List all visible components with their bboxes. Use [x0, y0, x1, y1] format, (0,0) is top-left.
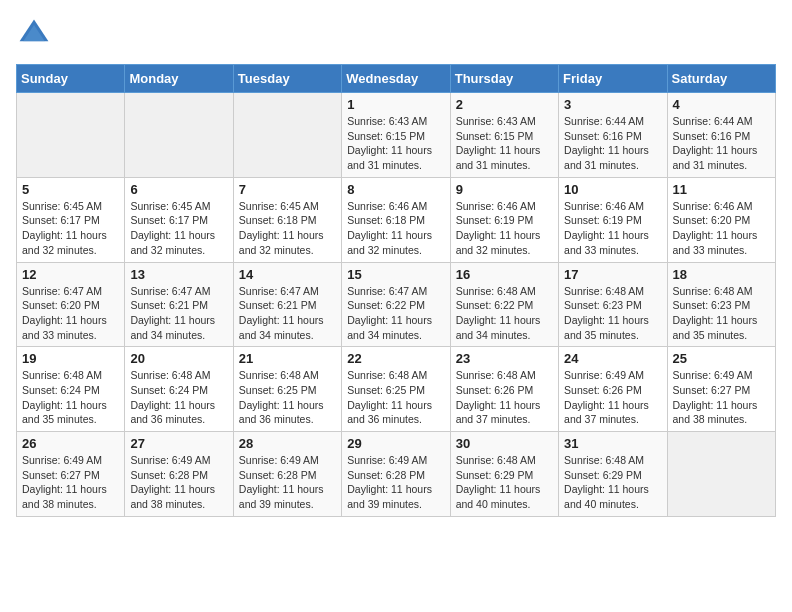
day-info: Sunrise: 6:43 AMSunset: 6:15 PMDaylight:… [347, 114, 444, 173]
calendar-cell: 26Sunrise: 6:49 AMSunset: 6:27 PMDayligh… [17, 432, 125, 517]
day-info: Sunrise: 6:48 AMSunset: 6:26 PMDaylight:… [456, 368, 553, 427]
page-header [16, 16, 776, 52]
day-info: Sunrise: 6:48 AMSunset: 6:23 PMDaylight:… [564, 284, 661, 343]
day-info: Sunrise: 6:48 AMSunset: 6:29 PMDaylight:… [564, 453, 661, 512]
calendar-cell: 4Sunrise: 6:44 AMSunset: 6:16 PMDaylight… [667, 93, 775, 178]
calendar-cell: 31Sunrise: 6:48 AMSunset: 6:29 PMDayligh… [559, 432, 667, 517]
calendar-cell: 29Sunrise: 6:49 AMSunset: 6:28 PMDayligh… [342, 432, 450, 517]
day-info: Sunrise: 6:48 AMSunset: 6:23 PMDaylight:… [673, 284, 770, 343]
calendar-cell: 15Sunrise: 6:47 AMSunset: 6:22 PMDayligh… [342, 262, 450, 347]
calendar-cell: 28Sunrise: 6:49 AMSunset: 6:28 PMDayligh… [233, 432, 341, 517]
day-number: 8 [347, 182, 444, 197]
day-number: 31 [564, 436, 661, 451]
calendar-cell: 24Sunrise: 6:49 AMSunset: 6:26 PMDayligh… [559, 347, 667, 432]
day-number: 29 [347, 436, 444, 451]
week-row-2: 12Sunrise: 6:47 AMSunset: 6:20 PMDayligh… [17, 262, 776, 347]
day-number: 19 [22, 351, 119, 366]
calendar-cell: 23Sunrise: 6:48 AMSunset: 6:26 PMDayligh… [450, 347, 558, 432]
day-number: 13 [130, 267, 227, 282]
day-number: 27 [130, 436, 227, 451]
day-number: 4 [673, 97, 770, 112]
day-number: 28 [239, 436, 336, 451]
calendar-cell: 8Sunrise: 6:46 AMSunset: 6:18 PMDaylight… [342, 177, 450, 262]
day-info: Sunrise: 6:47 AMSunset: 6:22 PMDaylight:… [347, 284, 444, 343]
calendar-cell: 13Sunrise: 6:47 AMSunset: 6:21 PMDayligh… [125, 262, 233, 347]
day-info: Sunrise: 6:46 AMSunset: 6:19 PMDaylight:… [456, 199, 553, 258]
day-info: Sunrise: 6:48 AMSunset: 6:22 PMDaylight:… [456, 284, 553, 343]
calendar-cell: 1Sunrise: 6:43 AMSunset: 6:15 PMDaylight… [342, 93, 450, 178]
day-number: 30 [456, 436, 553, 451]
day-info: Sunrise: 6:48 AMSunset: 6:25 PMDaylight:… [347, 368, 444, 427]
day-info: Sunrise: 6:44 AMSunset: 6:16 PMDaylight:… [564, 114, 661, 173]
calendar-cell: 25Sunrise: 6:49 AMSunset: 6:27 PMDayligh… [667, 347, 775, 432]
calendar-cell: 30Sunrise: 6:48 AMSunset: 6:29 PMDayligh… [450, 432, 558, 517]
calendar-cell: 11Sunrise: 6:46 AMSunset: 6:20 PMDayligh… [667, 177, 775, 262]
day-number: 6 [130, 182, 227, 197]
weekday-row: SundayMondayTuesdayWednesdayThursdayFrid… [17, 65, 776, 93]
calendar-cell [17, 93, 125, 178]
calendar-cell: 6Sunrise: 6:45 AMSunset: 6:17 PMDaylight… [125, 177, 233, 262]
weekday-header-tuesday: Tuesday [233, 65, 341, 93]
day-info: Sunrise: 6:45 AMSunset: 6:18 PMDaylight:… [239, 199, 336, 258]
day-number: 14 [239, 267, 336, 282]
day-info: Sunrise: 6:49 AMSunset: 6:28 PMDaylight:… [239, 453, 336, 512]
calendar-table: SundayMondayTuesdayWednesdayThursdayFrid… [16, 64, 776, 517]
weekday-header-wednesday: Wednesday [342, 65, 450, 93]
calendar-cell [667, 432, 775, 517]
day-info: Sunrise: 6:43 AMSunset: 6:15 PMDaylight:… [456, 114, 553, 173]
calendar-cell: 18Sunrise: 6:48 AMSunset: 6:23 PMDayligh… [667, 262, 775, 347]
day-number: 22 [347, 351, 444, 366]
day-info: Sunrise: 6:47 AMSunset: 6:21 PMDaylight:… [239, 284, 336, 343]
day-number: 21 [239, 351, 336, 366]
day-number: 17 [564, 267, 661, 282]
day-number: 3 [564, 97, 661, 112]
day-info: Sunrise: 6:48 AMSunset: 6:24 PMDaylight:… [22, 368, 119, 427]
day-info: Sunrise: 6:45 AMSunset: 6:17 PMDaylight:… [130, 199, 227, 258]
day-number: 10 [564, 182, 661, 197]
calendar-cell: 16Sunrise: 6:48 AMSunset: 6:22 PMDayligh… [450, 262, 558, 347]
day-info: Sunrise: 6:47 AMSunset: 6:20 PMDaylight:… [22, 284, 119, 343]
week-row-0: 1Sunrise: 6:43 AMSunset: 6:15 PMDaylight… [17, 93, 776, 178]
calendar-cell [125, 93, 233, 178]
day-info: Sunrise: 6:48 AMSunset: 6:25 PMDaylight:… [239, 368, 336, 427]
weekday-header-sunday: Sunday [17, 65, 125, 93]
calendar-cell: 3Sunrise: 6:44 AMSunset: 6:16 PMDaylight… [559, 93, 667, 178]
day-info: Sunrise: 6:49 AMSunset: 6:28 PMDaylight:… [130, 453, 227, 512]
day-number: 25 [673, 351, 770, 366]
day-number: 9 [456, 182, 553, 197]
calendar-cell: 5Sunrise: 6:45 AMSunset: 6:17 PMDaylight… [17, 177, 125, 262]
day-info: Sunrise: 6:49 AMSunset: 6:27 PMDaylight:… [673, 368, 770, 427]
day-info: Sunrise: 6:49 AMSunset: 6:26 PMDaylight:… [564, 368, 661, 427]
calendar-cell: 2Sunrise: 6:43 AMSunset: 6:15 PMDaylight… [450, 93, 558, 178]
day-info: Sunrise: 6:46 AMSunset: 6:20 PMDaylight:… [673, 199, 770, 258]
day-info: Sunrise: 6:45 AMSunset: 6:17 PMDaylight:… [22, 199, 119, 258]
day-number: 5 [22, 182, 119, 197]
day-number: 16 [456, 267, 553, 282]
weekday-header-friday: Friday [559, 65, 667, 93]
calendar-cell: 22Sunrise: 6:48 AMSunset: 6:25 PMDayligh… [342, 347, 450, 432]
day-number: 18 [673, 267, 770, 282]
calendar-cell: 20Sunrise: 6:48 AMSunset: 6:24 PMDayligh… [125, 347, 233, 432]
calendar-cell: 12Sunrise: 6:47 AMSunset: 6:20 PMDayligh… [17, 262, 125, 347]
day-number: 20 [130, 351, 227, 366]
calendar-cell: 17Sunrise: 6:48 AMSunset: 6:23 PMDayligh… [559, 262, 667, 347]
day-number: 26 [22, 436, 119, 451]
day-info: Sunrise: 6:48 AMSunset: 6:29 PMDaylight:… [456, 453, 553, 512]
calendar-cell: 10Sunrise: 6:46 AMSunset: 6:19 PMDayligh… [559, 177, 667, 262]
week-row-4: 26Sunrise: 6:49 AMSunset: 6:27 PMDayligh… [17, 432, 776, 517]
calendar-cell: 7Sunrise: 6:45 AMSunset: 6:18 PMDaylight… [233, 177, 341, 262]
calendar-cell: 9Sunrise: 6:46 AMSunset: 6:19 PMDaylight… [450, 177, 558, 262]
calendar-body: 1Sunrise: 6:43 AMSunset: 6:15 PMDaylight… [17, 93, 776, 517]
day-number: 12 [22, 267, 119, 282]
day-info: Sunrise: 6:49 AMSunset: 6:28 PMDaylight:… [347, 453, 444, 512]
day-info: Sunrise: 6:46 AMSunset: 6:18 PMDaylight:… [347, 199, 444, 258]
weekday-header-saturday: Saturday [667, 65, 775, 93]
day-number: 2 [456, 97, 553, 112]
weekday-header-thursday: Thursday [450, 65, 558, 93]
day-number: 24 [564, 351, 661, 366]
logo [16, 16, 56, 52]
day-info: Sunrise: 6:47 AMSunset: 6:21 PMDaylight:… [130, 284, 227, 343]
day-number: 1 [347, 97, 444, 112]
day-info: Sunrise: 6:48 AMSunset: 6:24 PMDaylight:… [130, 368, 227, 427]
weekday-header-monday: Monday [125, 65, 233, 93]
